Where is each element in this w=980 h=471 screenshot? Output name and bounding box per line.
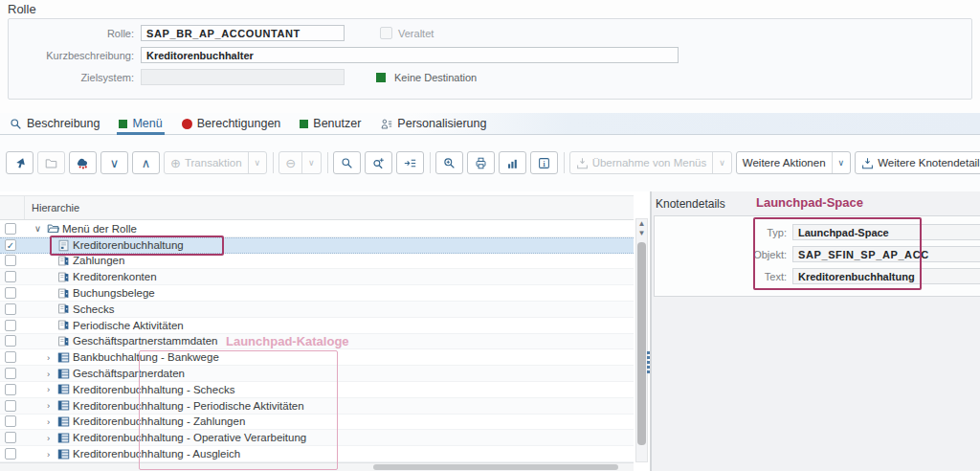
row-checkbox[interactable] <box>5 448 16 460</box>
text-field[interactable]: Kreditorenbuchhaltung <box>792 268 980 284</box>
expander-icon[interactable]: › <box>42 352 55 363</box>
more-actions-dropdown[interactable]: Weitere Aktionen∨ <box>736 151 851 174</box>
add-transaction-button[interactable]: ⊕Transaktion∨ <box>164 151 267 174</box>
scroll-down-icon[interactable]: ▼ <box>636 229 647 238</box>
vertical-scrollbar[interactable]: ▲ ▼ <box>635 218 648 462</box>
catalog-icon <box>57 399 70 412</box>
short-description-field[interactable]: Kreditorenbuchhalter <box>141 47 679 63</box>
catalog-icon <box>57 432 70 444</box>
tree-row[interactable]: ›Kreditorenbuchhaltung - Operative Verar… <box>0 430 634 446</box>
scroll-up-icon[interactable]: ▲ <box>636 219 647 229</box>
row-checkbox[interactable] <box>5 223 16 235</box>
move-up-button[interactable]: ∧ <box>132 151 160 174</box>
tree-node: Zahlungen <box>25 255 124 267</box>
splitter-grip[interactable] <box>646 351 651 373</box>
tab-personalisierung[interactable]: Personalisierung <box>370 113 496 135</box>
tree-row[interactable]: Kreditorenkonten <box>0 269 634 285</box>
tree-node-label: Zahlungen <box>73 255 124 266</box>
tree-row[interactable]: ›Kreditorenbuchhaltung - Periodische Akt… <box>0 398 634 415</box>
row-checkbox[interactable] <box>5 400 16 412</box>
row-checkbox[interactable] <box>5 271 16 282</box>
tree-row[interactable]: ›Kreditorenbuchhaltung - Schecks <box>0 382 634 398</box>
veraltet-checkbox[interactable] <box>380 27 392 39</box>
row-checkbox[interactable] <box>5 351 16 363</box>
doc-folder-icon <box>57 319 70 331</box>
horizontal-scrollbar-thumb[interactable] <box>373 464 618 470</box>
tree-row[interactable]: ∨Menü der Rolle <box>0 221 634 237</box>
move-down-button[interactable]: ∨ <box>100 151 128 174</box>
find-next-button[interactable] <box>365 151 392 174</box>
object-field[interactable]: SAP_SFIN_SP_AP_ACC <box>792 246 980 262</box>
row-checkbox[interactable] <box>5 287 16 299</box>
create-folder-button[interactable] <box>37 151 65 174</box>
catalog-icon <box>57 368 70 380</box>
green-square-icon <box>300 120 308 128</box>
tab-label: Berechtigungen <box>197 117 281 130</box>
tree-row[interactable]: Schecks <box>0 302 634 318</box>
role-field[interactable]: SAP_BR_AP_ACCOUNTANT <box>141 25 345 41</box>
chart-button[interactable] <box>499 151 526 174</box>
tree-row[interactable]: ›Geschäftspartnerdaten <box>0 366 634 382</box>
row-checkbox-cell <box>0 400 25 412</box>
expander-icon[interactable]: › <box>42 449 55 460</box>
green-square-icon <box>119 120 127 128</box>
row-checkbox[interactable]: ✓ <box>5 239 16 251</box>
target-system-label: Zielsystem: <box>9 72 141 83</box>
row-checkbox[interactable] <box>5 335 16 347</box>
tree-row[interactable]: Periodische Aktivitäten <box>0 318 634 334</box>
expander-icon[interactable]: › <box>42 433 55 443</box>
print-button[interactable] <box>467 151 495 174</box>
role-field-label: Rolle: <box>9 28 141 39</box>
chevron-down-icon[interactable]: ∨ <box>255 158 261 168</box>
type-field[interactable]: Launchpad-Space <box>792 224 980 240</box>
chevron-down-icon[interactable]: ∨ <box>308 158 315 168</box>
chevron-down-icon[interactable]: ∨ <box>838 158 845 168</box>
tree-row[interactable]: Geschäftspartnerstammdaten <box>0 334 634 350</box>
info-button[interactable]: i <box>530 151 558 174</box>
remove-node-button[interactable]: ⊖∨ <box>278 151 322 174</box>
tree-row[interactable]: ›Bankbuchhaltung - Bankwege <box>0 349 634 366</box>
select-node-button[interactable] <box>6 151 33 174</box>
tab-men[interactable]: Menü <box>109 113 171 135</box>
toolbar-separator <box>273 152 274 173</box>
tab-berechtigungen[interactable]: Berechtigungen <box>172 113 291 135</box>
tree-node: ›Kreditorenbuchhaltung - Zahlungen <box>25 415 245 428</box>
tab-label: Personalisierung <box>397 117 486 130</box>
tree-row[interactable]: ›Kreditorenbuchhaltung - Ausgleich <box>0 446 634 462</box>
expander-icon[interactable]: › <box>42 400 55 411</box>
menu-import-dropdown[interactable]: Übernahme von Menüs∨ <box>569 151 732 174</box>
node-details-button[interactable]: Weitere Knotendetails <box>855 151 980 174</box>
row-checkbox[interactable] <box>5 432 16 443</box>
find-button[interactable] <box>333 151 361 174</box>
horizontal-scrollbar[interactable] <box>0 462 634 471</box>
tree-row[interactable]: ✓Kreditorenbuchhaltung <box>0 237 634 254</box>
expander-icon[interactable]: ∨ <box>32 223 44 234</box>
delete-node-button[interactable] <box>69 151 97 174</box>
row-checkbox[interactable] <box>5 415 16 427</box>
minus-circle-icon: ⊖ <box>285 157 296 169</box>
tab-beschreibung[interactable]: Beschreibung <box>0 113 109 135</box>
row-checkbox[interactable] <box>5 303 16 315</box>
expander-icon[interactable]: › <box>42 384 55 394</box>
row-checkbox[interactable] <box>5 320 16 331</box>
focus-node-button[interactable] <box>396 151 424 174</box>
tree-row[interactable]: ›Kreditorenbuchhaltung - Zahlungen <box>0 415 634 431</box>
chevron-down-icon[interactable]: ∨ <box>719 158 725 168</box>
vertical-scrollbar-thumb[interactable] <box>637 242 646 445</box>
tree-row[interactable]: Zahlungen <box>0 254 634 270</box>
button-label: Transaktion <box>185 157 242 168</box>
tree-row[interactable]: Buchungsbelege <box>0 285 634 302</box>
row-checkbox[interactable] <box>5 384 16 395</box>
row-checkbox-cell <box>0 448 25 460</box>
expander-icon[interactable]: › <box>42 369 55 379</box>
dropdown-divider <box>248 152 249 173</box>
target-system-field[interactable] <box>141 69 345 85</box>
zoom-in-button[interactable] <box>435 151 463 174</box>
doc-folder-icon <box>57 255 70 267</box>
row-checkbox-cell: ✓ <box>0 239 25 251</box>
expander-icon[interactable]: › <box>42 416 55 427</box>
pfcg-role-window: Rolle Rolle: SAP_BR_AP_ACCOUNTANT Veralt… <box>0 0 980 471</box>
row-checkbox[interactable] <box>5 255 16 266</box>
tab-benutzer[interactable]: Benutzer <box>290 113 370 135</box>
row-checkbox[interactable] <box>5 368 16 379</box>
